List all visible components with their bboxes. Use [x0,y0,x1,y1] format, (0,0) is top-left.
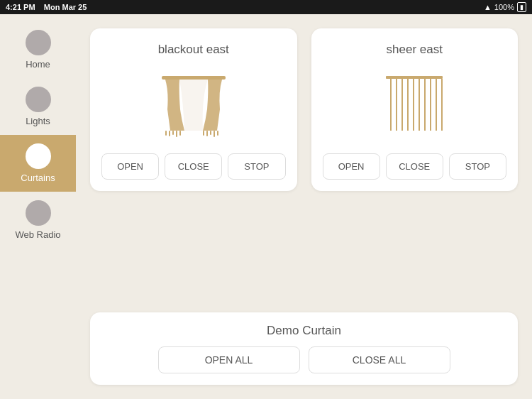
blackout-east-open-button[interactable]: OPEN [101,153,159,180]
card-sheer-east: sheer east [311,28,519,191]
wifi-icon: ▲ [484,3,492,11]
web-radio-icon [26,200,51,226]
sheer-curtain-illustration [372,68,457,139]
blackout-east-close-button[interactable]: CLOSE [165,153,222,180]
demo-close-all-button[interactable]: CLOSE ALL [309,346,450,373]
demo-buttons: OPEN ALL CLOSE ALL [101,346,506,373]
status-right: ▲ 100% ▮ [484,2,526,12]
demo-open-all-button[interactable]: OPEN ALL [158,346,300,373]
sheer-east-open-button[interactable]: OPEN [323,153,380,180]
sidebar-item-web-radio[interactable]: Web Radio [0,192,76,248]
card-sheer-east-title: sheer east [387,43,443,57]
svg-rect-7 [206,131,208,136]
sidebar-item-home[interactable]: Home [0,21,76,78]
main-layout: Home Lights Curtains Web Radio blackout … [0,14,532,399]
sidebar-label-lights: Lights [26,116,50,126]
cards-row: blackout east [90,28,518,191]
status-time: 4:21 PM [6,3,35,11]
sidebar-item-lights[interactable]: Lights [0,78,76,135]
svg-rect-8 [210,131,211,135]
status-date: Mon Mar 25 [44,3,87,11]
svg-rect-9 [214,131,215,137]
curtains-icon [26,143,51,169]
svg-rect-5 [179,131,181,136]
lights-icon [26,87,51,112]
card-blackout-east-title: blackout east [158,43,229,57]
svg-rect-0 [162,76,226,80]
svg-rect-6 [203,131,204,136]
blackout-east-buttons: OPEN CLOSE STOP [101,153,286,180]
content-area: blackout east [76,14,532,399]
sheer-east-buttons: OPEN CLOSE STOP [323,153,507,180]
blackout-east-stop-button[interactable]: STOP [228,153,285,180]
home-icon [26,30,51,55]
svg-rect-4 [176,131,177,137]
status-bar: 4:21 PM Mon Mar 25 ▲ 100% ▮ [0,0,532,14]
demo-panel: Demo Curtain OPEN ALL CLOSE ALL [90,312,518,385]
svg-rect-10 [217,131,218,136]
svg-rect-3 [172,131,174,135]
blackout-curtain-illustration [151,68,236,139]
battery-text: 100% [494,3,514,11]
sidebar-item-curtains[interactable]: Curtains [0,135,76,192]
sidebar: Home Lights Curtains Web Radio [0,14,76,399]
svg-rect-1 [165,131,167,136]
svg-rect-2 [169,131,170,136]
sheer-east-close-button[interactable]: CLOSE [386,153,443,180]
sidebar-label-web-radio: Web Radio [15,229,60,240]
svg-rect-11 [386,76,443,79]
card-blackout-east: blackout east [90,28,297,191]
sidebar-label-curtains: Curtains [21,173,55,183]
battery-icon: ▮ [517,2,526,12]
demo-panel-title: Demo Curtain [267,324,341,338]
sidebar-label-home: Home [26,59,50,70]
sheer-east-stop-button[interactable]: STOP [449,153,506,180]
